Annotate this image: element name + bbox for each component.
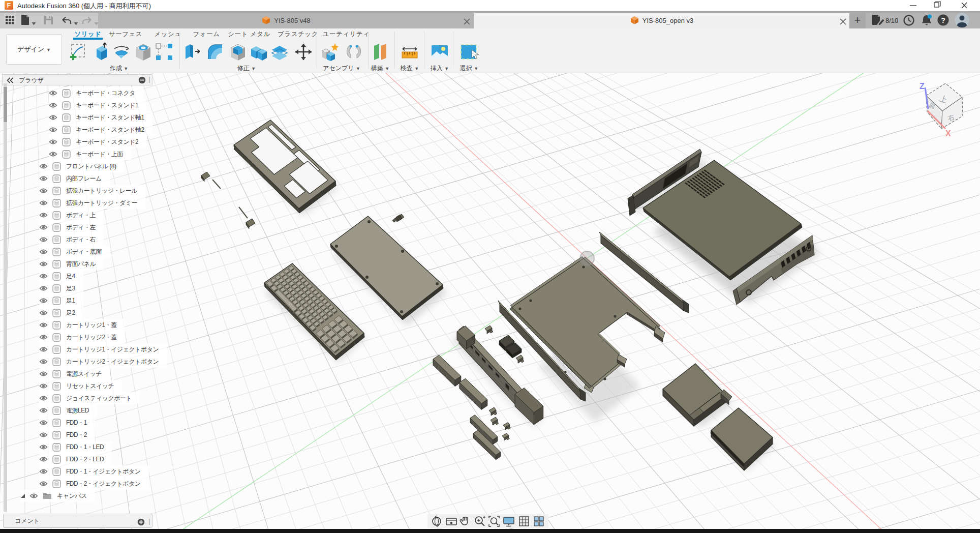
svg-text:Z: Z — [920, 82, 925, 91]
svg-text:?: ? — [941, 16, 945, 24]
svg-text:X: X — [945, 129, 951, 138]
svg-text:F: F — [7, 2, 11, 9]
